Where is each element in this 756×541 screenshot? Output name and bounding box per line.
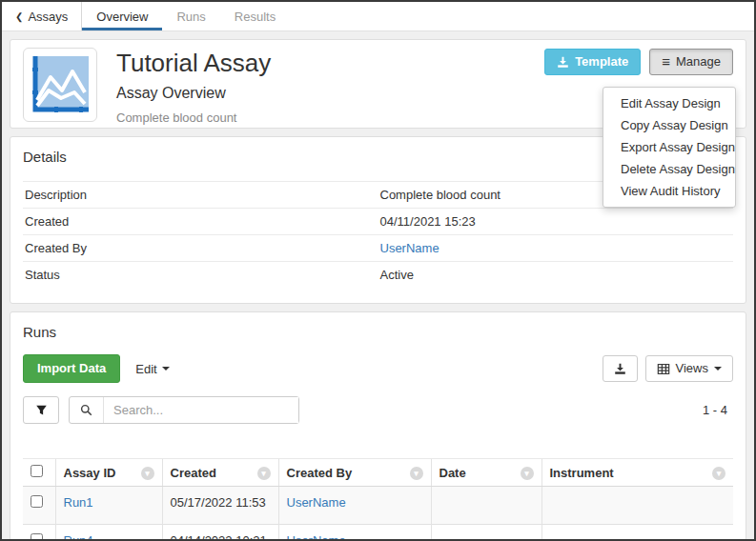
runs-toolbar: Import Data Edit Views (23, 354, 733, 383)
detail-value: 04/11/2021 15:23 (378, 209, 734, 235)
column-menu-icon[interactable]: ▾ (712, 467, 725, 480)
cell-date (431, 525, 541, 541)
caret-down-icon (162, 367, 170, 371)
created-by-user-link[interactable]: UserName (287, 495, 346, 510)
toolbar-right-group: Views (603, 355, 733, 382)
top-navbar: ❮ Assays Overview Runs Results (2, 2, 754, 31)
detail-row-created-by: Created By UserName (23, 235, 733, 262)
search-box (69, 396, 299, 424)
row-select-cell (23, 525, 55, 541)
run-link[interactable]: Run1 (64, 495, 93, 510)
manage-dropdown-menu: Edit Assay Design Copy Assay Design Expo… (603, 87, 736, 208)
back-to-assays-link[interactable]: ❮ Assays (2, 2, 82, 30)
cell-date (431, 487, 541, 525)
caret-down-icon (714, 367, 722, 371)
column-menu-icon[interactable]: ▾ (141, 467, 154, 480)
assay-header-panel: Tutorial Assay Assay Overview Complete b… (10, 39, 746, 129)
template-button[interactable]: Template (544, 49, 641, 75)
column-header-date[interactable]: Date▾ (431, 459, 541, 487)
tab-results[interactable]: Results (220, 2, 290, 30)
detail-label: Status (23, 262, 378, 289)
menu-item-export-assay-design[interactable]: Export Assay Design (603, 136, 735, 158)
assay-description: Complete blood count (116, 110, 271, 125)
runs-grid: Assay ID▾ Created▾ Created By▾ Date▾ Ins… (23, 458, 733, 541)
page-subtitle: Assay Overview (116, 85, 271, 102)
created-by-user-link[interactable]: UserName (287, 533, 346, 541)
detail-row-status: Status Active (23, 262, 733, 289)
menu-item-delete-assay-design[interactable]: Delete Assay Design (603, 158, 735, 180)
views-dropdown-button[interactable]: Views (645, 355, 733, 382)
page-title: Tutorial Assay (116, 49, 271, 78)
filter-button[interactable] (23, 396, 59, 424)
menu-item-edit-assay-design[interactable]: Edit Assay Design (603, 92, 735, 114)
assay-header-text: Tutorial Assay Assay Overview Complete b… (116, 48, 271, 120)
select-all-checkbox[interactable] (31, 465, 43, 477)
chevron-left-icon: ❮ (15, 11, 23, 22)
row-checkbox[interactable] (31, 495, 43, 508)
column-header-created-by[interactable]: Created By▾ (278, 459, 431, 487)
page-body: Tutorial Assay Assay Overview Complete b… (2, 31, 754, 541)
download-icon (557, 56, 569, 69)
grid-header-row: Assay ID▾ Created▾ Created By▾ Date▾ Ins… (23, 459, 733, 487)
column-header-assay-id[interactable]: Assay ID▾ (55, 459, 162, 487)
search-input[interactable] (104, 397, 298, 423)
row-checkbox[interactable] (31, 533, 43, 541)
menu-item-view-audit-history[interactable]: View Audit History (603, 180, 735, 202)
cell-created: 04/14/2022 10:21 (162, 525, 278, 541)
detail-value: Active (378, 262, 734, 289)
pagination-count: 1 - 4 (703, 403, 733, 417)
assay-chart-icon (23, 48, 97, 122)
import-data-button[interactable]: Import Data (23, 354, 120, 383)
back-label: Assays (28, 10, 68, 24)
edit-dropdown-button[interactable]: Edit (135, 362, 169, 376)
row-select-cell (23, 487, 55, 525)
table-row: Run1 05/17/2022 11:53 UserName (23, 487, 733, 525)
download-icon (614, 363, 626, 375)
grid-filter-row: 1 - 4 (23, 396, 733, 424)
header-buttons: Template ≡ Manage Edit Assay Design Copy… (544, 49, 733, 75)
table-row: Run4 04/14/2022 10:21 UserName (23, 525, 733, 541)
detail-row-created: Created 04/11/2021 15:23 (23, 209, 733, 235)
runs-panel: Runs Import Data Edit Views (10, 311, 746, 541)
cell-instrument (541, 525, 733, 541)
hamburger-icon: ≡ (662, 56, 670, 68)
select-all-cell (23, 459, 55, 487)
menu-item-copy-assay-design[interactable]: Copy Assay Design (603, 114, 735, 136)
tab-overview[interactable]: Overview (82, 2, 162, 30)
filter-funnel-icon (35, 404, 48, 416)
column-menu-icon[interactable]: ▾ (257, 467, 271, 480)
export-download-button[interactable] (603, 355, 638, 382)
cell-created: 05/17/2022 11:53 (162, 487, 278, 525)
run-link[interactable]: Run4 (64, 533, 93, 541)
cell-instrument (541, 487, 733, 525)
column-header-instrument[interactable]: Instrument▾ (541, 459, 733, 487)
runs-heading: Runs (23, 324, 733, 340)
detail-label: Created (23, 209, 378, 235)
column-menu-icon[interactable]: ▾ (521, 467, 534, 480)
manage-button[interactable]: ≡ Manage (649, 49, 733, 75)
detail-label: Created By (23, 235, 378, 262)
column-menu-icon[interactable]: ▾ (410, 467, 423, 480)
detail-label: Description (23, 182, 378, 209)
column-header-created[interactable]: Created▾ (162, 459, 278, 487)
table-grid-icon (657, 363, 670, 375)
created-by-user-link[interactable]: UserName (380, 241, 439, 255)
search-icon (70, 397, 104, 423)
tab-runs[interactable]: Runs (162, 2, 219, 30)
